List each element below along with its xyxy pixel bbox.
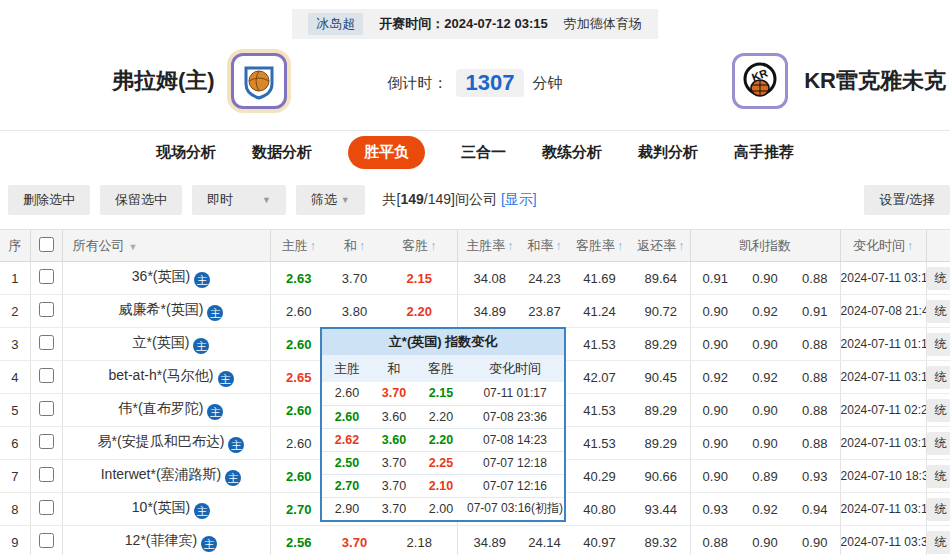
tab-0[interactable]: 现场分析 [156, 143, 216, 162]
company-name[interactable]: 威廉希*(英国) [119, 301, 204, 317]
popup-row: 2.90 3.70 2.00 07-07 03:16(初指) [322, 497, 564, 520]
chevron-down-icon: ▼ [341, 195, 350, 205]
col-home-odds[interactable]: 主胜↑ [270, 230, 327, 262]
delete-selected-button[interactable]: 删除选中 [8, 185, 90, 215]
kelly-guest: 0.88 [790, 427, 840, 460]
guest-odds: 2.20 [382, 295, 457, 328]
row-checkbox[interactable] [39, 434, 54, 449]
change-time: 2024-07-08 21:42 [840, 295, 926, 328]
guest-rate: 40.97 [567, 526, 632, 555]
guest-rate: 42.07 [567, 361, 632, 394]
row-checkbox[interactable] [39, 335, 54, 350]
kelly-guest: 0.88 [790, 328, 840, 361]
sort-asc-icon: ↑ [556, 239, 562, 253]
home-flag-icon: 主 [228, 437, 244, 453]
home-flag-icon: 主 [194, 272, 210, 288]
company-name[interactable]: 10*(英国) [132, 499, 190, 515]
company-name[interactable]: 易*(安提瓜和巴布达) [98, 433, 225, 449]
stats-button[interactable]: 统 [927, 399, 950, 422]
col-guest-rate[interactable]: 客胜率↑ [567, 230, 632, 262]
stats-button[interactable]: 统 [927, 465, 950, 488]
stats-button[interactable]: 统 [927, 432, 950, 455]
col-draw-rate-label: 和率 [528, 238, 554, 253]
row-checkbox[interactable] [39, 269, 54, 284]
stats-button[interactable]: 统 [927, 267, 950, 290]
team-header: 弗拉姆(主) 倒计时： 1307 分钟 KR [0, 39, 950, 131]
stats-button[interactable]: 统 [927, 300, 950, 323]
show-link[interactable]: [显示] [501, 191, 537, 207]
kelly-home: 0.90 [690, 460, 740, 493]
col-draw-label: 和 [344, 238, 357, 253]
tab-2[interactable]: 胜平负 [348, 136, 425, 169]
company-name[interactable]: 12*(菲律宾) [125, 532, 197, 548]
chevron-down-icon: ▼ [262, 195, 271, 205]
company-name[interactable]: 36*(英国) [132, 268, 190, 284]
kelly-home: 0.92 [690, 361, 740, 394]
col-guest-odds[interactable]: 客胜↑ [382, 230, 457, 262]
stats-button[interactable]: 统 [927, 498, 950, 521]
tab-4[interactable]: 教练分析 [542, 143, 602, 162]
col-change-time[interactable]: 变化时间↑ [840, 230, 926, 262]
venue-name: 劳加德体育场 [564, 15, 642, 33]
row-actions: 统 [926, 328, 950, 361]
popup-change-time: 07-08 23:36 [466, 405, 564, 428]
filter-dropdown[interactable]: 筛选 ▼ [296, 185, 365, 215]
col-company[interactable]: 所有公司▼ [62, 230, 270, 262]
stats-button[interactable]: 统 [927, 366, 950, 389]
return-rate: 89.29 [632, 427, 690, 460]
home-rate: 34.89 [457, 295, 522, 328]
company-name[interactable]: 伟*(直布罗陀) [119, 400, 204, 416]
analysis-tabs: 现场分析数据分析胜平负三合一教练分析裁判分析高手推荐 [0, 131, 950, 173]
company-cell: 易*(安提瓜和巴布达)主 [62, 427, 270, 460]
settings-select-button[interactable]: 设置/选择 [864, 185, 950, 215]
kelly-draw: 0.90 [740, 394, 790, 427]
popup-draw-odds: 3.70 [372, 382, 416, 405]
company-name[interactable]: bet-at-h*(马尔他) [108, 367, 213, 383]
count-prefix: 共[ [383, 191, 401, 207]
kelly-guest: 0.88 [790, 394, 840, 427]
row-index: 6 [0, 427, 30, 460]
instant-dropdown[interactable]: 即时 ▼ [192, 185, 286, 215]
stats-button[interactable]: 统 [927, 531, 950, 554]
away-team-name: KR雷克雅未克 [804, 66, 946, 96]
stats-button[interactable]: 统 [927, 333, 950, 356]
keep-selected-button[interactable]: 保留选中 [100, 185, 182, 215]
row-checkbox[interactable] [39, 467, 54, 482]
row-checkbox[interactable] [39, 500, 54, 515]
company-name[interactable]: Interwet*(塞浦路斯) [101, 466, 222, 482]
change-time: 2024-07-11 03:35 [840, 526, 926, 555]
tab-3[interactable]: 三合一 [461, 143, 506, 162]
row-checkbox[interactable] [39, 302, 54, 317]
row-checkbox[interactable] [39, 401, 54, 416]
col-home-rate[interactable]: 主胜率↑ [457, 230, 522, 262]
tab-1[interactable]: 数据分析 [252, 143, 312, 162]
tab-5[interactable]: 裁判分析 [638, 143, 698, 162]
select-all-checkbox[interactable] [39, 237, 54, 252]
kelly-guest: 0.94 [790, 493, 840, 526]
row-checkbox[interactable] [39, 533, 54, 548]
guest-rate: 41.53 [567, 394, 632, 427]
popup-change-time: 07-07 12:16 [466, 474, 564, 497]
popup-draw-odds: 3.60 [372, 428, 416, 451]
odds-change-popup: 立*(英国) 指数变化 主胜 和 客胜 变化时间 2.60 3.70 2.15 … [320, 327, 566, 522]
company-cell: 伟*(直布罗陀)主 [62, 394, 270, 427]
return-rate: 90.45 [632, 361, 690, 394]
row-checkbox[interactable] [39, 368, 54, 383]
change-time: 2024-07-11 02:27 [840, 394, 926, 427]
league-badge[interactable]: 冰岛超 [308, 13, 363, 35]
home-flag-icon: 主 [194, 503, 210, 519]
kelly-draw: 0.92 [740, 361, 790, 394]
row-index: 3 [0, 328, 30, 361]
tab-6[interactable]: 高手推荐 [734, 143, 794, 162]
guest-odds: 2.15 [382, 262, 457, 295]
kelly-home: 0.90 [690, 394, 740, 427]
popup-guest-odds: 2.20 [416, 428, 466, 451]
company-name[interactable]: 立*(英国) [133, 334, 190, 350]
col-draw-odds[interactable]: 和↑ [327, 230, 382, 262]
col-return-rate[interactable]: 返还率↑ [632, 230, 690, 262]
table-row: 1 36*(英国)主 2.63 3.70 2.15 34.08 24.23 41… [0, 262, 950, 295]
col-draw-rate[interactable]: 和率↑ [522, 230, 567, 262]
home-odds: 2.56 [270, 526, 327, 555]
away-team-logo-icon: KR [732, 53, 788, 109]
sort-asc-icon: ↑ [310, 239, 316, 253]
